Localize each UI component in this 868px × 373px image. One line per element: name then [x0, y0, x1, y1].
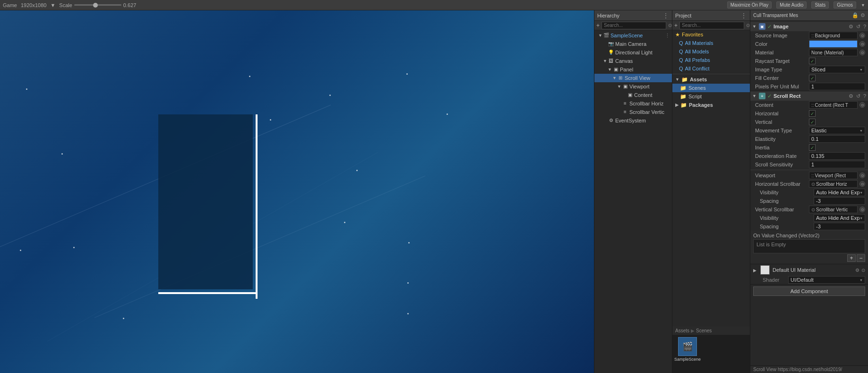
material-select-icon[interactable]: ⊙	[861, 268, 865, 273]
canvas-icon: 🖼	[608, 58, 614, 64]
deceleration-rate-value[interactable]: 0.135	[809, 152, 865, 160]
viewport-select-btn[interactable]: ⊙	[859, 173, 865, 178]
image-type-value[interactable]: Sliced	[809, 66, 865, 73]
hierarchy-search-input[interactable]	[602, 22, 666, 29]
hierarchy-panel: Hierarchy ⋮ + ⊙ All ▼ ▼ 🎬 SampleScene ⋮	[594, 10, 672, 373]
inertia-check[interactable]: ✓	[809, 144, 816, 151]
assets-folder-scenes[interactable]: 📁 Scenes	[672, 84, 750, 92]
camera-icon: 📷	[608, 41, 614, 47]
shader-value[interactable]: UI/Default	[788, 276, 865, 284]
gizmos-button[interactable]: Gizmos	[834, 1, 856, 9]
project-plus-icon[interactable]: +	[674, 22, 678, 29]
fav-all-prefabs[interactable]: Q All Prefabs	[672, 56, 750, 64]
right-panels: Hierarchy ⋮ + ⊙ All ▼ ▼ 🎬 SampleScene ⋮	[594, 10, 868, 373]
folder-scenes-icon: 📁	[680, 85, 687, 91]
inspector-gear-icon[interactable]: ⚙	[860, 12, 865, 18]
scale-slider[interactable]	[74, 4, 121, 6]
remove-event-button[interactable]: −	[857, 254, 865, 262]
tree-item-scrollbar-horiz[interactable]: ≡ Scrollbar Horiz	[594, 99, 672, 108]
color-select-btn[interactable]: ⊙	[859, 41, 865, 47]
image-settings-icon[interactable]: ⚙	[849, 24, 853, 30]
elasticity-value[interactable]: 0.1	[809, 135, 865, 143]
horizontal-check[interactable]: ✓	[809, 110, 816, 117]
scroll-rect-reset-icon[interactable]: ↺	[856, 93, 860, 99]
tree-item-content[interactable]: ▣ Content	[594, 91, 672, 99]
tree-item-viewport[interactable]: ▼ ▣ Viewport	[594, 82, 672, 91]
v-scrollbar-select-btn[interactable]: ⊙	[859, 207, 865, 212]
tree-item-eventsystem[interactable]: ⚙ EventSystem	[594, 116, 672, 125]
tree-item-label: Panel	[620, 67, 633, 72]
add-component-row: Add Component	[750, 285, 868, 298]
fav-icon: Q	[679, 49, 683, 54]
shader-label: Shader	[763, 277, 786, 283]
project-title: Project	[675, 13, 691, 18]
scroll-rect-settings-icon[interactable]: ⚙	[849, 93, 853, 99]
scene-menu-icon[interactable]: ⋮	[665, 33, 670, 39]
hierarchy-tree: ▼ 🎬 SampleScene ⋮ 📷 Main Camera 💡	[594, 30, 672, 373]
project-menu-dots[interactable]: ⋮	[740, 12, 747, 19]
fav-all-conflict[interactable]: Q All Conflict	[672, 64, 750, 73]
scroll-rect-enabled[interactable]: ✓	[767, 93, 772, 99]
image-enabled-check[interactable]: ✓	[767, 24, 772, 30]
v-spacing-value[interactable]: -3	[814, 223, 865, 230]
tree-item-panel[interactable]: ▼ ▣ Panel	[594, 65, 672, 74]
viewport-value: :: Viewport (Rect	[809, 172, 858, 179]
tree-item-label: Canvas	[615, 58, 633, 64]
maximize-on-play-button[interactable]: Maximize On Play	[727, 1, 772, 9]
vertical-check[interactable]: ✓	[809, 119, 816, 125]
pixels-per-unit-value[interactable]: 1	[809, 83, 865, 90]
inspector-lock-icon[interactable]: 🔒	[852, 12, 859, 18]
h-spacing-value[interactable]: -3	[814, 197, 865, 205]
inspector-header-icons: 🔒 ⚙	[852, 12, 865, 18]
material-component-row[interactable]: ▶ Default UI Material ⚙ ⊙	[750, 264, 868, 276]
fav-all-models[interactable]: Q All Models	[672, 47, 750, 56]
elasticity-label: Elasticity	[755, 136, 807, 142]
raycast-target-check[interactable]: ✓	[809, 58, 816, 64]
add-event-button[interactable]: +	[847, 254, 856, 262]
color-swatch[interactable]	[809, 40, 858, 48]
add-component-button[interactable]: Add Component	[753, 286, 865, 296]
hierarchy-plus-icon[interactable]: +	[596, 22, 600, 29]
source-image-select-btn[interactable]: ⊙	[859, 33, 865, 38]
tree-item-samplescene[interactable]: ▼ 🎬 SampleScene ⋮	[594, 31, 672, 40]
project-search-input[interactable]	[679, 22, 744, 29]
tree-item-scroll-view[interactable]: ▼ ⊞ Scroll View	[594, 74, 672, 82]
scroll-rect-help-icon[interactable]: ?	[863, 93, 866, 99]
hierarchy-menu-dots[interactable]: ⋮	[662, 12, 669, 19]
image-reset-icon[interactable]: ↺	[856, 24, 860, 30]
tree-item-scrollbar-vertic[interactable]: ≡ Scrollbar Vertic	[594, 108, 672, 116]
mute-audio-button[interactable]: Mute Audio	[776, 1, 807, 9]
scrollbar-icon: ≡	[622, 100, 628, 107]
scroll-rect-header[interactable]: ▼ ≡ ✓ Scroll Rect ⚙ ↺ ?	[750, 91, 868, 101]
expand-arrow: ▼	[598, 33, 603, 38]
star	[20, 250, 21, 251]
fill-center-label: Fill Center	[755, 75, 807, 81]
image-component-name: Image	[773, 24, 789, 29]
image-help-icon[interactable]: ?	[863, 24, 866, 30]
vertical-label: Vertical	[755, 119, 807, 125]
scroll-sensitivity-value[interactable]: 1	[809, 161, 865, 168]
tree-item-canvas[interactable]: ▼ 🖼 Canvas	[594, 57, 672, 65]
fav-all-materials[interactable]: Q All Materials	[672, 39, 750, 47]
h-spacing-row: Spacing -3	[750, 197, 868, 205]
tree-item-main-camera[interactable]: 📷 Main Camera	[594, 40, 672, 48]
image-component-header[interactable]: ▼ ▣ ✓ Image ⚙ ↺ ?	[750, 22, 868, 31]
h-visibility-value[interactable]: Auto Hide And Exp	[814, 189, 865, 196]
bottom-url-text: Scroll View https://blog.csdn.net/hold20…	[753, 367, 842, 372]
h-scrollbar-select-btn[interactable]: ⊙	[859, 181, 865, 187]
movement-type-value[interactable]: Elastic	[809, 127, 865, 134]
scene-asset-item[interactable]: 🎬 SampleScene	[674, 337, 701, 362]
tree-item-directional-light[interactable]: 💡 Directional Light	[594, 48, 672, 57]
material-select-btn[interactable]: ⊙	[859, 50, 865, 55]
game-viewport[interactable]	[0, 10, 594, 373]
content-select-btn[interactable]: ⊙	[859, 102, 865, 108]
viewport-label: Viewport	[755, 173, 807, 178]
material-settings-icon[interactable]: ⚙	[855, 268, 859, 273]
tree-item-label: Scroll View	[625, 75, 650, 81]
v-visibility-value[interactable]: Auto Hide And Exp	[814, 214, 865, 222]
gizmos-arrow: ▼	[861, 3, 865, 8]
stats-button[interactable]: Stats	[811, 1, 829, 9]
assets-folder-script[interactable]: 📁 Script	[672, 92, 750, 101]
v-visibility-label: Visibility	[760, 215, 812, 221]
fill-center-check[interactable]: ✓	[809, 75, 816, 81]
